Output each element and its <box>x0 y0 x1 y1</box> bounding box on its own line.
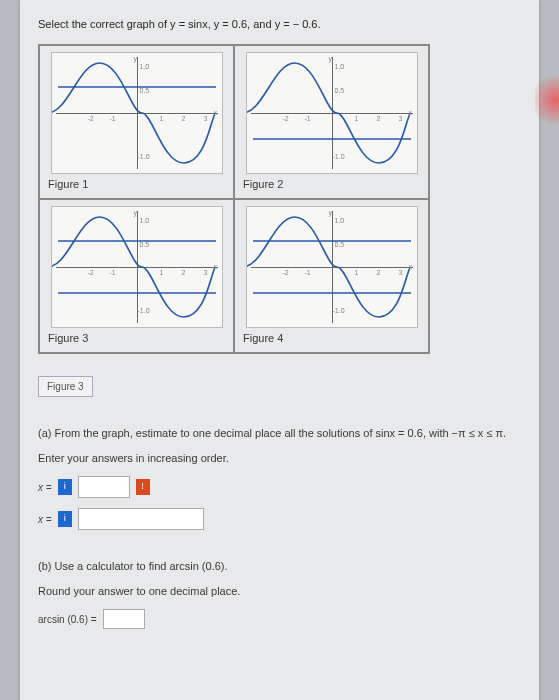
arcsin-label: arcsin (0.6) = <box>38 612 97 627</box>
part-a-sub: Enter your answers in increasing order. <box>38 450 521 467</box>
answer-row-2: x = i <box>38 508 521 530</box>
figure-1-label: Figure 1 <box>48 178 225 190</box>
figure-select-value: Figure 3 <box>47 381 84 392</box>
x-equals-label-1: x = <box>38 480 52 495</box>
plot-2: y 1.0 0.5 -1.0 -2 -1 1 2 3 x <box>246 52 418 174</box>
arcsin-row: arcsin (0.6) = <box>38 609 521 629</box>
figure-cell-3[interactable]: y 1.0 0.5 -1.0 -2 -1 1 2 3 x Figure 3 <box>39 199 234 353</box>
answer-row-1: x = i ! <box>38 476 521 498</box>
part-b: (b) Use a calculator to find arcsin (0.6… <box>38 558 521 629</box>
plot-1: y 1.0 0.5 -1.0 -2 -1 1 2 3 x <box>51 52 223 174</box>
hint-icon[interactable]: i <box>58 511 72 527</box>
answer-input-1[interactable] <box>78 476 130 498</box>
part-b-lead: (b) Use a calculator to find arcsin (0.6… <box>38 558 521 575</box>
figure-4-label: Figure 4 <box>243 332 420 344</box>
part-a-lead: (a) From the graph, estimate to one deci… <box>38 425 521 442</box>
figure-2-label: Figure 2 <box>243 178 420 190</box>
plot-3: y 1.0 0.5 -1.0 -2 -1 1 2 3 x <box>51 206 223 328</box>
figure-grid: y 1.0 0.5 -1.0 -2 -1 1 2 3 x Figure 1 <box>38 44 430 354</box>
question-prompt: Select the correct graph of y = sinx, y … <box>38 18 521 30</box>
figure-cell-4[interactable]: y 1.0 0.5 -1.0 -2 -1 1 2 3 x Figure 4 <box>234 199 429 353</box>
hint-icon[interactable]: i <box>58 479 72 495</box>
answer-input-2[interactable] <box>78 508 204 530</box>
plot-4: y 1.0 0.5 -1.0 -2 -1 1 2 3 x <box>246 206 418 328</box>
arcsin-input[interactable] <box>103 609 145 629</box>
x-equals-label-2: x = <box>38 512 52 527</box>
worksheet-page: Select the correct graph of y = sinx, y … <box>20 0 539 700</box>
part-b-sub: Round your answer to one decimal place. <box>38 583 521 600</box>
part-a: (a) From the graph, estimate to one deci… <box>38 425 521 530</box>
figure-select-dropdown[interactable]: Figure 3 <box>38 376 93 397</box>
figure-cell-2[interactable]: y 1.0 0.5 -1.0 -2 -1 1 2 3 x Figure 2 <box>234 45 429 199</box>
figure-cell-1[interactable]: y 1.0 0.5 -1.0 -2 -1 1 2 3 x Figure 1 <box>39 45 234 199</box>
figure-3-label: Figure 3 <box>48 332 225 344</box>
error-icon[interactable]: ! <box>136 479 150 495</box>
